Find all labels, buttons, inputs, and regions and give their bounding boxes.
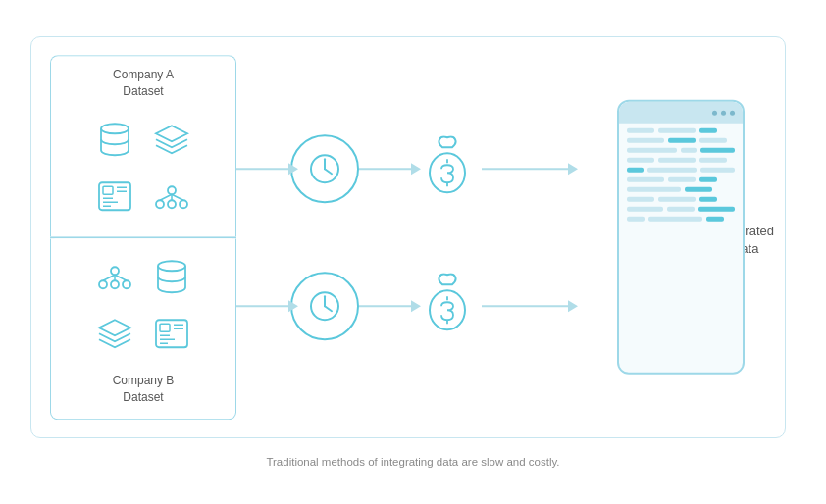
- bar: [627, 128, 654, 133]
- svg-point-16: [99, 280, 107, 288]
- bar: [627, 168, 644, 173]
- svg-point-9: [156, 200, 164, 208]
- svg-line-14: [172, 194, 183, 200]
- company-b-box: Company B Dataset: [50, 238, 236, 420]
- layers-icon: [146, 114, 197, 165]
- dollar-top-icon: [413, 134, 482, 203]
- bar: [658, 158, 696, 163]
- table-row: [627, 207, 735, 212]
- bar: [668, 138, 696, 143]
- svg-rect-24: [160, 324, 170, 331]
- table-content: [619, 124, 743, 227]
- bar: [699, 197, 717, 202]
- bar: [627, 217, 645, 222]
- table-row: [627, 187, 735, 192]
- bar: [698, 207, 735, 212]
- bar: [681, 148, 697, 153]
- dashboard-b-icon: [146, 308, 197, 359]
- layers-b-icon: [89, 308, 140, 359]
- bar: [685, 187, 712, 192]
- clock-bottom-icon: [290, 272, 359, 340]
- company-a-box: Company A Dataset: [50, 55, 236, 236]
- dot3: [730, 111, 735, 116]
- clock-top-icon: [290, 134, 359, 203]
- bar: [627, 197, 654, 202]
- table-row: [627, 138, 735, 143]
- company-b-label: Company B Dataset: [113, 373, 175, 406]
- bar: [668, 177, 696, 182]
- svg-point-15: [111, 267, 119, 275]
- svg-line-32: [325, 169, 332, 174]
- integrated-header: [619, 102, 743, 124]
- bar: [627, 207, 663, 212]
- bar: [647, 168, 697, 173]
- bar: [627, 148, 677, 153]
- bar: [706, 217, 724, 222]
- companies-column: Company A Dataset: [50, 55, 236, 420]
- main-container: Company A Dataset: [21, 26, 805, 478]
- bar: [699, 128, 717, 133]
- bar: [627, 138, 664, 143]
- svg-rect-2: [103, 186, 113, 194]
- database-icon: [89, 114, 140, 165]
- svg-point-8: [168, 186, 176, 194]
- svg-line-19: [103, 275, 115, 280]
- bar: [658, 128, 696, 133]
- svg-point-10: [168, 200, 176, 208]
- table-row: [627, 177, 735, 182]
- svg-point-0: [101, 124, 129, 133]
- svg-point-17: [111, 280, 119, 288]
- bar: [658, 197, 696, 202]
- company-a-icons: [85, 110, 201, 226]
- network-icon: [146, 171, 197, 222]
- flow-row-bottom: [236, 237, 570, 375]
- svg-line-12: [160, 194, 172, 200]
- company-b-icons: [85, 247, 201, 363]
- bar: [667, 207, 694, 212]
- svg-point-18: [123, 280, 130, 288]
- table-row: [627, 148, 735, 153]
- bar: [699, 158, 727, 163]
- bar: [699, 138, 727, 143]
- dot2: [721, 111, 726, 116]
- table-row: [627, 168, 735, 173]
- bar: [699, 177, 717, 182]
- svg-point-22: [158, 261, 185, 271]
- dollar-bottom-icon: [413, 272, 482, 340]
- bar: [627, 187, 681, 192]
- bar: [700, 168, 735, 173]
- dot1: [712, 111, 717, 116]
- integrated-data-box: [617, 100, 745, 375]
- svg-line-21: [115, 275, 127, 280]
- flow-row-top: [236, 100, 570, 237]
- caption: Traditional methods of integrating data …: [266, 456, 559, 468]
- bar: [700, 148, 735, 153]
- company-a-label: Company A Dataset: [113, 67, 174, 100]
- bar: [648, 217, 702, 222]
- table-row: [627, 128, 735, 133]
- table-row: [627, 158, 735, 163]
- svg-point-11: [180, 200, 187, 208]
- bar: [627, 177, 664, 182]
- table-row: [627, 197, 735, 202]
- table-row: [627, 217, 735, 222]
- bar: [627, 158, 654, 163]
- svg-line-38: [325, 306, 332, 311]
- dashboard-icon: [89, 171, 140, 222]
- diagram-area: Company A Dataset: [21, 26, 805, 448]
- network-b-icon: [89, 251, 140, 302]
- database-b-icon: [146, 251, 197, 302]
